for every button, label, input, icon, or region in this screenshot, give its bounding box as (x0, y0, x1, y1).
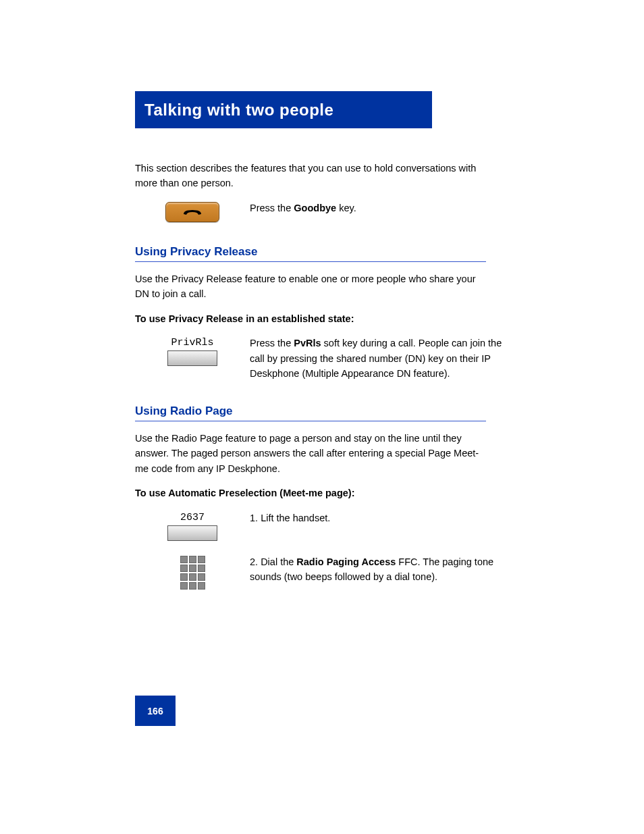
section-heading-radio: Using Radio Page (135, 405, 486, 421)
keypad-icon (180, 556, 205, 590)
step-body: Lift the handset. (261, 513, 330, 523)
radio-para1: Use the Radio Page feature to page a per… (135, 431, 486, 476)
goodbye-step-text: Press the Goodbye key. (250, 201, 509, 215)
privacy-para2: To use Privacy Release in an established… (135, 311, 486, 326)
step-suffix: key. (336, 203, 356, 213)
radio-step1-row: 2637 1. Lift the handset. (135, 511, 509, 541)
radio-step1-text: 1. Lift the handset. (250, 511, 509, 525)
dn-soft-button (167, 525, 217, 541)
goodbye-step-row: Press the Goodbye key. (135, 201, 509, 222)
page-title: Talking with two people (144, 101, 333, 120)
step-num: 2. (250, 556, 258, 567)
radio-step2-text: 2. Dial the Radio Paging Access FFC. The… (250, 554, 509, 585)
step-prefix: Press the (250, 338, 294, 348)
dn-label: 2637 (180, 512, 205, 523)
step-num: 1. (250, 513, 258, 523)
section-heading-privacy: Using Privacy Release (135, 245, 486, 262)
radio-step2-row: 2. Dial the Radio Paging Access FFC. The… (135, 554, 509, 590)
privrls-soft-button (167, 350, 217, 366)
privrls-step-text: Press the PvRls soft key during a call. … (250, 336, 509, 381)
privrls-label: PrivRls (171, 337, 213, 348)
intro-paragraph: This section describes the features that… (135, 161, 486, 191)
step-prefix: Press the (250, 203, 294, 213)
privacy-para1: Use the Privacy Release feature to enabl… (135, 271, 486, 302)
step-key: Radio Paging Access (296, 556, 396, 567)
step-prefix: Dial the (261, 556, 296, 567)
step-key: PvRls (294, 338, 321, 348)
title-bar: Talking with two people (135, 91, 432, 128)
page-number: 166 (135, 696, 176, 726)
privrls-step-row: PrivRls Press the PvRls soft key during … (135, 336, 509, 381)
step-key: Goodbye (294, 203, 336, 213)
goodbye-key-icon (165, 202, 219, 222)
radio-para2: To use Automatic Preselection (Meet-me p… (135, 486, 486, 500)
